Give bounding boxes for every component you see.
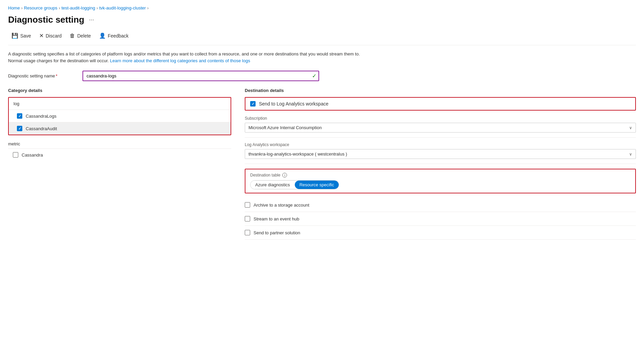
- breadcrumb-sep-1: ›: [21, 6, 23, 10]
- azure-diagnostics-btn[interactable]: Azure diagnostics: [251, 181, 295, 189]
- save-icon: 💾: [11, 32, 18, 39]
- subscription-chevron-icon: ∨: [629, 125, 632, 130]
- destination-details-label: Destination details: [245, 88, 636, 93]
- breadcrumb-sep-3: ›: [96, 6, 98, 10]
- feedback-icon: 👤: [99, 32, 106, 39]
- main-content: Category details log CassandraLogs Cassa…: [8, 88, 636, 240]
- breadcrumb-sep-4: ›: [147, 6, 148, 10]
- subscription-select[interactable]: Microsoft Azure Internal Consumption ∨: [245, 123, 636, 133]
- cassandra-metric-label: Cassandra: [22, 152, 43, 158]
- archive-storage-checkbox[interactable]: [245, 202, 250, 208]
- cassandra-logs-item[interactable]: CassandraLogs: [9, 110, 231, 122]
- workspace-field: Log Analytics workspace thvankra-log-ana…: [245, 142, 636, 164]
- subscription-field: Subscription Microsoft Azure Internal Co…: [245, 116, 636, 138]
- breadcrumb-test-audit[interactable]: test-audit-logging: [62, 5, 95, 10]
- subscription-value: Microsoft Azure Internal Consumption: [248, 125, 322, 130]
- diagnostic-name-field-row: Diagnostic setting name* ✓: [8, 71, 636, 81]
- cassandra-metric-checkbox[interactable]: [13, 152, 18, 158]
- log-analytics-label: Send to Log Analytics workspace: [259, 101, 328, 107]
- destination-table-info-icon[interactable]: i: [282, 173, 287, 178]
- partner-solution-label: Send to partner solution: [254, 230, 300, 235]
- left-column: Category details log CassandraLogs Cassa…: [8, 88, 231, 161]
- destination-table-box: Destination table i Azure diagnostics Re…: [245, 169, 636, 193]
- log-analytics-checkbox[interactable]: [250, 101, 256, 107]
- feedback-button[interactable]: 👤 Feedback: [96, 30, 132, 41]
- archive-storage-label: Archive to a storage account: [254, 203, 309, 208]
- cassandra-audit-item[interactable]: CassandraAudit: [9, 122, 231, 135]
- workspace-value: thvankra-log-analytics-workspace ( westc…: [248, 151, 347, 157]
- cassandra-logs-checkbox[interactable]: [17, 113, 22, 119]
- ellipsis-menu-button[interactable]: ···: [87, 16, 96, 24]
- resource-specific-btn[interactable]: Resource specific: [295, 181, 339, 189]
- category-log-box: log CassandraLogs CassandraAudit: [8, 97, 231, 135]
- breadcrumb-cluster[interactable]: tvk-audit-logging-cluster: [99, 5, 146, 10]
- partner-solution-item[interactable]: Send to partner solution: [245, 226, 636, 240]
- log-group-header: log: [9, 98, 231, 110]
- destination-table-toggle: Azure diagnostics Resource specific: [250, 180, 339, 189]
- diagnostic-name-input-wrapper: ✓: [82, 71, 319, 81]
- page-title: Diagnostic setting ···: [8, 15, 636, 25]
- breadcrumb-resource-groups[interactable]: Resource groups: [24, 5, 57, 10]
- cassandra-logs-label: CassandraLogs: [26, 114, 56, 119]
- discard-button[interactable]: ✕ Discard: [36, 30, 65, 41]
- cassandra-audit-label: CassandraAudit: [26, 126, 57, 131]
- cassandra-metric-item[interactable]: Cassandra: [8, 148, 231, 161]
- learn-more-link[interactable]: Learn more about the different log categ…: [110, 58, 250, 63]
- workspace-chevron-icon: ∨: [629, 152, 632, 157]
- breadcrumb-sep-2: ›: [59, 6, 60, 10]
- destination-table-label: Destination table i: [250, 173, 630, 178]
- metric-section: metric Cassandra: [8, 139, 231, 161]
- event-hub-label: Stream to an event hub: [254, 216, 299, 221]
- breadcrumb: Home › Resource groups › test-audit-logg…: [8, 5, 636, 10]
- workspace-select[interactable]: thvankra-log-analytics-workspace ( westc…: [245, 149, 636, 159]
- toolbar: 💾 Save ✕ Discard 🗑 Delete 👤 Feedback: [8, 30, 636, 45]
- delete-button[interactable]: 🗑 Delete: [66, 31, 94, 41]
- discard-icon: ✕: [39, 32, 44, 39]
- metric-group-header: metric: [8, 139, 231, 148]
- right-column: Destination details Send to Log Analytic…: [245, 88, 636, 240]
- cassandra-audit-checkbox[interactable]: [17, 126, 22, 131]
- event-hub-checkbox[interactable]: [245, 216, 250, 221]
- category-details-label: Category details: [8, 88, 231, 93]
- breadcrumb-home[interactable]: Home: [8, 5, 20, 10]
- description-text: A diagnostic setting specifies a list of…: [8, 51, 363, 64]
- partner-solution-checkbox[interactable]: [245, 230, 250, 235]
- event-hub-item[interactable]: Stream to an event hub: [245, 212, 636, 226]
- workspace-label: Log Analytics workspace: [245, 142, 636, 147]
- check-icon: ✓: [312, 73, 316, 79]
- diagnostic-name-label: Diagnostic setting name*: [8, 73, 82, 78]
- delete-icon: 🗑: [70, 33, 75, 39]
- diagnostic-name-input[interactable]: [82, 71, 319, 81]
- subscription-label: Subscription: [245, 116, 636, 121]
- archive-storage-item[interactable]: Archive to a storage account: [245, 198, 636, 212]
- log-analytics-dest-box: Send to Log Analytics workspace: [245, 97, 636, 111]
- save-button[interactable]: 💾 Save: [8, 30, 34, 41]
